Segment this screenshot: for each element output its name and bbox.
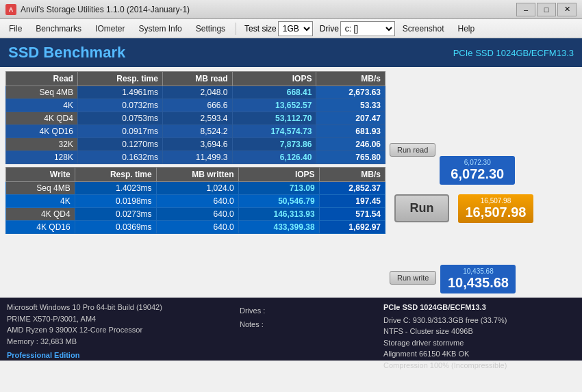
resp-time: 0.0198ms (75, 195, 156, 208)
resp-time: 0.0273ms (75, 208, 156, 221)
write-score-label: 10,435.68 (446, 267, 510, 275)
table-row: 4K QD16 0.0917ms 8,524.2 174,574.73 681.… (6, 125, 385, 138)
row-label: 32K (6, 138, 78, 151)
row-label: Seq 4MB (6, 86, 78, 99)
mbps: 571.54 (319, 208, 385, 221)
mb-written: 1,024.0 (156, 182, 238, 195)
close-button[interactable]: ✕ (557, 3, 577, 16)
col-mb-read: MB read (162, 72, 232, 86)
iops: 668.41 (232, 86, 316, 99)
footer-ntfs: NTFS - Cluster size 4096B (383, 326, 575, 337)
table-row: 4K QD16 0.0369ms 640.0 433,399.38 1,692.… (6, 221, 385, 234)
mb-read: 11,499.3 (162, 151, 232, 164)
read-score-value: 6,072.30 (445, 166, 509, 182)
col-mbs: MB/s (316, 72, 385, 86)
resp-time: 0.1632ms (77, 151, 162, 164)
menu-settings[interactable]: Settings (190, 21, 231, 36)
run-read-button[interactable]: Run read (390, 143, 435, 157)
run-row: Run 16,507.98 16,507.98 (390, 192, 533, 225)
maximize-button[interactable]: □ (537, 3, 556, 16)
col-mb-written: MB written (156, 168, 238, 182)
resp-time: 0.0753ms (77, 112, 162, 125)
table-row: 4K QD4 0.0273ms 640.0 146,313.93 571.54 (6, 208, 385, 221)
app-title: SSD Benchmark (8, 44, 125, 62)
resp-time: 0.0369ms (75, 221, 156, 234)
menu-bar: File Benchmarks IOmeter System Info Sett… (0, 19, 582, 38)
col-resp-time: Resp. time (77, 72, 162, 86)
read-score-box: 6,072.30 6,072.30 (440, 156, 515, 185)
mb-written: 640.0 (156, 221, 238, 234)
iops: 7,873.86 (232, 138, 316, 151)
title-bar-text: Anvil's Storage Utilities 1.1.0 (2014-Ja… (21, 5, 190, 14)
read-score-label: 6,072.30 (445, 159, 509, 166)
iops: 713.09 (238, 182, 319, 195)
menu-screenshot[interactable]: Screenshot (396, 21, 451, 36)
mb-read: 2,593.4 (162, 112, 232, 125)
iops: 433,399.38 (238, 221, 319, 234)
resp-time: 0.1270ms (77, 138, 162, 151)
main-content: Read Resp. time MB read IOPS MB/s Seq 4M… (0, 67, 582, 298)
title-bar: A Anvil's Storage Utilities 1.1.0 (2014-… (0, 0, 582, 19)
benchmark-table: Read Resp. time MB read IOPS MB/s Seq 4M… (5, 71, 385, 293)
row-label: 4K (6, 99, 78, 112)
col-mbs: MB/s (319, 168, 385, 182)
footer-os: Microsoft Windows 10 Pro 64-bit Build (1… (7, 302, 233, 313)
iops: 146,313.93 (238, 208, 319, 221)
app-icon: A (5, 4, 16, 15)
menu-benchmarks[interactable]: Benchmarks (29, 21, 88, 36)
drive-select[interactable]: c: [] (340, 21, 395, 36)
drive-label: Drive (320, 24, 339, 34)
minimize-button[interactable]: – (516, 3, 535, 16)
footer-storage-driver: Storage driver stornvme (383, 337, 575, 349)
footer-memory: Memory : 32,683 MB (7, 336, 233, 348)
iops: 174,574.73 (232, 125, 316, 138)
run-write-row: Run write 10,435.68 10,435.68 (390, 262, 533, 293)
footer-drives-label: Drives : (240, 304, 377, 318)
footer-motherboard: PRIME X570-P/3001, AM4 (7, 313, 233, 325)
table-row: 4K 0.0732ms 666.6 13,652.57 53.33 (6, 99, 385, 112)
table-row: 32K 0.1270ms 3,694.6 7,873.86 246.06 (6, 138, 385, 151)
footer-drive-c: Drive C: 930.9/313.3GB free (33.7%) (383, 315, 575, 326)
right-panel: Run read 6,072.30 6,072.30 Run 16,507.98… (390, 71, 533, 293)
col-read: Read (6, 72, 78, 86)
mb-written: 640.0 (156, 195, 238, 208)
run-write-button[interactable]: Run write (390, 271, 436, 285)
test-size-select[interactable]: 1GB (278, 21, 313, 36)
iops: 13,652.57 (232, 99, 316, 112)
run-button[interactable]: Run (394, 194, 449, 222)
window-controls: – □ ✕ (516, 3, 577, 16)
iops: 53,112.70 (232, 112, 316, 125)
menu-help[interactable]: Help (452, 21, 481, 36)
row-label: 128K (6, 151, 78, 164)
mbps: 53.33 (316, 99, 385, 112)
col-resp-time: Resp. time (75, 168, 156, 182)
footer: Microsoft Windows 10 Pro 64-bit Build (1… (0, 298, 582, 361)
mb-read: 666.6 (162, 99, 232, 112)
resp-time: 1.4023ms (75, 182, 156, 195)
table-row: Seq 4MB 1.4961ms 2,048.0 668.41 2,673.63 (6, 86, 385, 99)
row-label: 4K QD4 (6, 208, 75, 221)
mbps: 197.45 (319, 195, 385, 208)
test-size-label: Test size (244, 24, 277, 34)
footer-alignment: Alignment 66150 4KB OK (383, 348, 575, 360)
menu-iometer[interactable]: IOmeter (89, 21, 131, 36)
mbps: 1,692.97 (319, 221, 385, 234)
write-score-value: 10,435.68 (446, 275, 510, 291)
total-score-box: 16,507.98 16,507.98 (458, 194, 533, 223)
write-score-box: 10,435.68 10,435.68 (440, 265, 516, 293)
table-row: 4K QD4 0.0753ms 2,593.4 53,112.70 207.47 (6, 112, 385, 125)
read-table-header: Read Resp. time MB read IOPS MB/s (6, 72, 385, 86)
row-label: 4K QD16 (6, 221, 75, 234)
mbps: 246.06 (316, 138, 385, 151)
mbps: 2,673.63 (316, 86, 385, 99)
menu-system-info[interactable]: System Info (132, 21, 188, 36)
footer-right: PCIe SSD 1024GB/ECFM13.3 Drive C: 930.9/… (383, 302, 575, 356)
mb-read: 3,694.6 (162, 138, 232, 151)
resp-time: 1.4961ms (77, 86, 162, 99)
total-score-value: 16,507.98 (464, 205, 528, 220)
app-subtitle: PCIe SSD 1024GB/ECFM13.3 (453, 48, 574, 58)
menu-file[interactable]: File (3, 21, 28, 36)
col-write: Write (6, 168, 75, 182)
footer-notes-label: Notes : (240, 318, 377, 332)
mbps: 207.47 (316, 112, 385, 125)
